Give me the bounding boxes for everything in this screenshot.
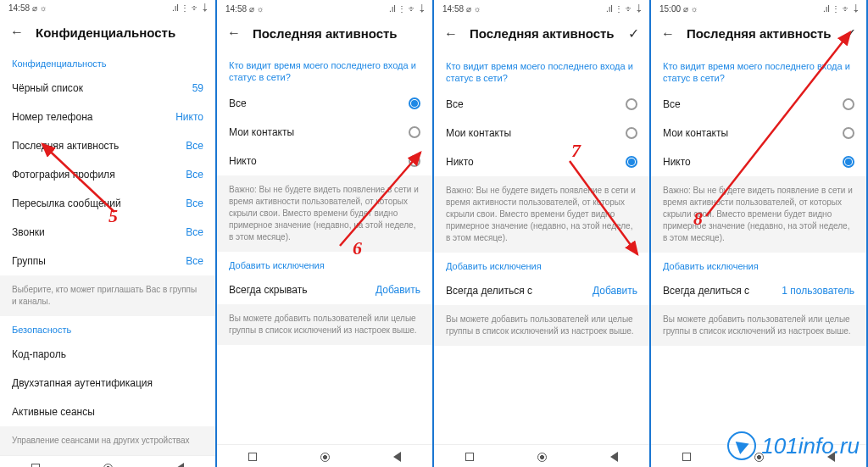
nav-recent-icon[interactable] <box>31 464 40 467</box>
page-title: Последняя активность <box>687 26 833 41</box>
header: ← Последняя активность ✓ <box>651 17 866 52</box>
important-hint: Важно: Вы не будете видеть появление в с… <box>651 176 866 253</box>
row-forward[interactable]: Пересылка сообщенийВсе <box>0 189 215 218</box>
nav-back-icon[interactable] <box>610 452 618 462</box>
status-bar: 14:58 ⌀ ☼ .ıl ⋮ ᯤ ⏚ <box>217 0 432 17</box>
confirm-check-icon[interactable]: ✓ <box>845 25 856 42</box>
back-icon[interactable]: ← <box>661 26 675 42</box>
nav-home-icon[interactable] <box>103 464 113 468</box>
back-icon[interactable]: ← <box>10 25 24 40</box>
back-icon[interactable]: ← <box>227 25 241 41</box>
radio-nobody[interactable]: Никто <box>217 147 432 175</box>
groups-hint: Выберите, кто может приглашать Вас в гру… <box>0 275 215 316</box>
phone-screen-3: 14:58 ⌀ ☼ .ıl ⋮ ᯤ ⏚ ← Последняя активнос… <box>434 0 651 467</box>
phone-screen-1: 14:58 ⌀ ☼ .ıl ⋮ ᯤ ⏚ ← Конфиденциальность… <box>0 0 217 467</box>
nav-home-icon[interactable] <box>537 453 547 462</box>
status-bar: 15:00 ⌀ ☼ .ıl ⋮ ᯤ ⏚ <box>651 0 866 17</box>
exceptions-hint: Вы можете добавить пользователей или цел… <box>434 305 649 346</box>
radio-all[interactable]: Все <box>434 90 649 119</box>
nav-recent-icon[interactable] <box>248 453 257 461</box>
section-security: Безопасность <box>0 316 215 340</box>
radio-contacts[interactable]: Мои контакты <box>651 119 866 147</box>
radio-icon <box>409 155 420 167</box>
back-icon[interactable]: ← <box>444 26 458 42</box>
radio-all[interactable]: Все <box>651 90 866 119</box>
radio-icon <box>843 98 854 110</box>
row-photo[interactable]: Фотография профиляВсе <box>0 160 215 189</box>
sessions-hint: Управление сеансами на других устройства… <box>0 426 215 455</box>
phone-screen-4: 15:00 ⌀ ☼ .ıl ⋮ ᯤ ⏚ ← Последняя активнос… <box>651 0 868 467</box>
nav-recent-icon[interactable] <box>682 453 691 461</box>
section-exceptions: Добавить исключения <box>217 252 432 275</box>
section-question: Кто видит время моего последнего входа и… <box>651 52 866 90</box>
section-exceptions: Добавить исключения <box>651 253 866 276</box>
status-bar: 14:58 ⌀ ☼ .ıl ⋮ ᯤ ⏚ <box>0 0 215 16</box>
row-passcode[interactable]: Код-пароль <box>0 340 215 369</box>
radio-icon <box>409 126 420 138</box>
radio-nobody[interactable]: Никто <box>434 147 649 176</box>
radio-icon <box>626 98 637 110</box>
radio-all[interactable]: Все <box>217 89 432 118</box>
row-always-share[interactable]: Всегда делиться с1 пользователь <box>651 276 866 305</box>
header: ← Конфиденциальность <box>0 16 215 50</box>
status-bar: 14:58 ⌀ ☼ .ıl ⋮ ᯤ ⏚ <box>434 0 649 17</box>
android-navbar <box>651 444 866 467</box>
row-calls[interactable]: ЗвонкиВсе <box>0 218 215 247</box>
nav-back-icon[interactable] <box>176 463 184 467</box>
row-blacklist[interactable]: Чёрный список59 <box>0 74 215 103</box>
section-exceptions: Добавить исключения <box>434 253 649 276</box>
row-groups[interactable]: ГруппыВсе <box>0 247 215 275</box>
android-navbar <box>0 455 215 467</box>
android-navbar <box>217 444 432 467</box>
row-always-share[interactable]: Всегда делиться сДобавить <box>434 276 649 305</box>
important-hint: Важно: Вы не будете видеть появление в с… <box>434 176 649 253</box>
nav-home-icon[interactable] <box>320 453 330 462</box>
nav-back-icon[interactable] <box>393 452 401 462</box>
radio-icon <box>843 127 854 139</box>
nav-home-icon[interactable] <box>754 453 764 462</box>
important-hint: Важно: Вы не будете видеть появление в с… <box>217 175 432 252</box>
header: ← Последняя активность ✓ <box>434 17 649 52</box>
section-question: Кто видит время моего последнего входа и… <box>217 51 432 89</box>
page-title: Конфиденциальность <box>36 25 205 40</box>
radio-icon <box>843 156 854 168</box>
row-twofa[interactable]: Двухэтапная аутентификация <box>0 369 215 398</box>
row-always-hide[interactable]: Всегда скрыватьДобавить <box>217 275 432 304</box>
row-lastseen[interactable]: Последняя активностьВсе <box>0 131 215 160</box>
nav-back-icon[interactable] <box>827 452 835 462</box>
radio-nobody[interactable]: Никто <box>651 147 866 176</box>
header: ← Последняя активность <box>217 17 432 51</box>
exceptions-hint: Вы можете добавить пользователей или цел… <box>651 305 866 346</box>
confirm-check-icon[interactable]: ✓ <box>628 25 639 42</box>
radio-icon <box>626 127 637 139</box>
android-navbar <box>434 444 649 467</box>
radio-contacts[interactable]: Мои контакты <box>434 119 649 147</box>
phone-screen-2: 14:58 ⌀ ☼ .ıl ⋮ ᯤ ⏚ ← Последняя активнос… <box>217 0 434 467</box>
radio-contacts[interactable]: Мои контакты <box>217 118 432 147</box>
radio-icon <box>626 156 637 168</box>
nav-recent-icon[interactable] <box>465 453 474 461</box>
row-phone[interactable]: Номер телефонаНикто <box>0 103 215 131</box>
page-title: Последняя активность <box>253 26 422 41</box>
page-title: Последняя активность <box>470 26 616 41</box>
section-question: Кто видит время моего последнего входа и… <box>434 52 649 90</box>
radio-icon <box>409 97 420 109</box>
row-sessions[interactable]: Активные сеансы <box>0 398 215 426</box>
exceptions-hint: Вы можете добавить пользователей или цел… <box>217 304 432 345</box>
section-privacy: Конфиденциальность <box>0 50 215 74</box>
